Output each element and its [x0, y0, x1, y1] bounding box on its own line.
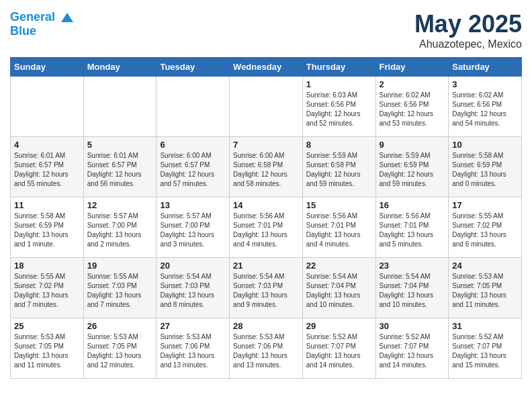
- calendar-cell: 19Sunrise: 5:55 AM Sunset: 7:03 PM Dayli…: [83, 258, 157, 318]
- calendar-cell: 12Sunrise: 5:57 AM Sunset: 7:00 PM Dayli…: [83, 197, 157, 258]
- calendar-week-5: 25Sunrise: 5:53 AM Sunset: 7:05 PM Dayli…: [11, 318, 522, 379]
- calendar-cell: 3Sunrise: 6:02 AM Sunset: 6:56 PM Daylig…: [449, 77, 522, 137]
- calendar-table: SundayMondayTuesdayWednesdayThursdayFrid…: [10, 57, 522, 379]
- date-number: 27: [160, 321, 226, 331]
- date-number: 17: [452, 200, 518, 210]
- cell-info: Sunrise: 5:52 AM Sunset: 7:07 PM Dayligh…: [306, 332, 372, 370]
- cell-info: Sunrise: 5:55 AM Sunset: 7:02 PM Dayligh…: [14, 272, 80, 310]
- calendar-cell: 11Sunrise: 5:58 AM Sunset: 6:59 PM Dayli…: [11, 197, 84, 258]
- calendar-cell: 20Sunrise: 5:54 AM Sunset: 7:03 PM Dayli…: [157, 258, 230, 318]
- cell-info: Sunrise: 6:00 AM Sunset: 6:58 PM Dayligh…: [233, 151, 299, 189]
- cell-info: Sunrise: 5:55 AM Sunset: 7:02 PM Dayligh…: [452, 212, 518, 249]
- calendar-cell: 16Sunrise: 5:56 AM Sunset: 7:01 PM Dayli…: [375, 197, 449, 258]
- cell-info: Sunrise: 5:54 AM Sunset: 7:04 PM Dayligh…: [380, 272, 445, 310]
- date-number: 8: [306, 140, 372, 150]
- cell-info: Sunrise: 5:56 AM Sunset: 7:01 PM Dayligh…: [233, 212, 299, 249]
- calendar-cell: 26Sunrise: 5:53 AM Sunset: 7:05 PM Dayli…: [83, 318, 157, 379]
- calendar-cell: 7Sunrise: 6:00 AM Sunset: 6:58 PM Daylig…: [230, 137, 303, 197]
- calendar-cell: 24Sunrise: 5:53 AM Sunset: 7:05 PM Dayli…: [449, 258, 522, 318]
- calendar-cell: 22Sunrise: 5:54 AM Sunset: 7:04 PM Dayli…: [302, 258, 375, 318]
- date-number: 16: [380, 200, 445, 210]
- cell-info: Sunrise: 5:59 AM Sunset: 6:59 PM Dayligh…: [380, 151, 445, 189]
- date-number: 12: [87, 200, 153, 210]
- cell-info: Sunrise: 5:53 AM Sunset: 7:05 PM Dayligh…: [452, 272, 518, 310]
- calendar-week-3: 11Sunrise: 5:58 AM Sunset: 6:59 PM Dayli…: [11, 197, 522, 258]
- cell-info: Sunrise: 5:53 AM Sunset: 7:06 PM Dayligh…: [233, 332, 299, 370]
- calendar-cell: 29Sunrise: 5:52 AM Sunset: 7:07 PM Dayli…: [302, 318, 375, 379]
- weekday-header-sunday: Sunday: [11, 58, 84, 77]
- cell-info: Sunrise: 5:58 AM Sunset: 6:59 PM Dayligh…: [452, 151, 518, 189]
- cell-info: Sunrise: 5:53 AM Sunset: 7:05 PM Dayligh…: [87, 332, 153, 370]
- calendar-cell: 21Sunrise: 5:54 AM Sunset: 7:03 PM Dayli…: [230, 258, 303, 318]
- calendar-cell: 14Sunrise: 5:56 AM Sunset: 7:01 PM Dayli…: [230, 197, 303, 258]
- page-header: General Blue May 2025 Ahuazotepec, Mexic…: [10, 10, 522, 50]
- calendar-cell: [83, 77, 157, 137]
- logo-blue: Blue: [10, 25, 75, 38]
- cell-info: Sunrise: 5:54 AM Sunset: 7:03 PM Dayligh…: [160, 272, 226, 310]
- date-number: 18: [14, 261, 80, 271]
- calendar-cell: [230, 77, 303, 137]
- date-number: 14: [233, 200, 299, 210]
- date-number: 28: [233, 321, 299, 331]
- date-number: 21: [233, 261, 299, 271]
- date-number: 26: [87, 321, 153, 331]
- weekday-header-monday: Monday: [83, 58, 157, 77]
- date-number: 5: [87, 140, 153, 150]
- cell-info: Sunrise: 6:02 AM Sunset: 6:56 PM Dayligh…: [452, 91, 518, 128]
- cell-info: Sunrise: 5:54 AM Sunset: 7:03 PM Dayligh…: [233, 272, 299, 310]
- cell-info: Sunrise: 5:52 AM Sunset: 7:07 PM Dayligh…: [452, 332, 518, 370]
- cell-info: Sunrise: 5:57 AM Sunset: 7:00 PM Dayligh…: [160, 212, 226, 249]
- cell-info: Sunrise: 5:56 AM Sunset: 7:01 PM Dayligh…: [306, 212, 372, 249]
- cell-info: Sunrise: 5:56 AM Sunset: 7:01 PM Dayligh…: [380, 212, 445, 249]
- date-number: 31: [452, 321, 518, 331]
- weekday-header-friday: Friday: [375, 58, 449, 77]
- weekday-header-tuesday: Tuesday: [157, 58, 230, 77]
- location: Ahuazotepec, Mexico: [414, 38, 522, 50]
- calendar-cell: 6Sunrise: 6:00 AM Sunset: 6:57 PM Daylig…: [157, 137, 230, 197]
- date-number: 9: [380, 140, 445, 150]
- cell-info: Sunrise: 5:59 AM Sunset: 6:58 PM Dayligh…: [306, 151, 372, 189]
- date-number: 11: [14, 200, 80, 210]
- cell-info: Sunrise: 6:01 AM Sunset: 6:57 PM Dayligh…: [14, 151, 80, 189]
- cell-info: Sunrise: 6:03 AM Sunset: 6:56 PM Dayligh…: [306, 91, 372, 128]
- date-number: 3: [452, 79, 518, 89]
- date-number: 10: [452, 140, 518, 150]
- weekday-header-thursday: Thursday: [302, 58, 375, 77]
- cell-info: Sunrise: 5:52 AM Sunset: 7:07 PM Dayligh…: [380, 332, 445, 370]
- calendar-cell: 31Sunrise: 5:52 AM Sunset: 7:07 PM Dayli…: [449, 318, 522, 379]
- date-number: 22: [306, 261, 372, 271]
- date-number: 29: [306, 321, 372, 331]
- cell-info: Sunrise: 5:54 AM Sunset: 7:04 PM Dayligh…: [306, 272, 372, 310]
- calendar-cell: 2Sunrise: 6:02 AM Sunset: 6:56 PM Daylig…: [375, 77, 449, 137]
- date-number: 13: [160, 200, 226, 210]
- date-number: 7: [233, 140, 299, 150]
- date-number: 25: [14, 321, 80, 331]
- weekday-header-saturday: Saturday: [449, 58, 522, 77]
- calendar-cell: 10Sunrise: 5:58 AM Sunset: 6:59 PM Dayli…: [449, 137, 522, 197]
- calendar-cell: 25Sunrise: 5:53 AM Sunset: 7:05 PM Dayli…: [11, 318, 84, 379]
- calendar-cell: 18Sunrise: 5:55 AM Sunset: 7:02 PM Dayli…: [11, 258, 84, 318]
- calendar-cell: 13Sunrise: 5:57 AM Sunset: 7:00 PM Dayli…: [157, 197, 230, 258]
- cell-info: Sunrise: 5:53 AM Sunset: 7:05 PM Dayligh…: [14, 332, 80, 370]
- calendar-week-4: 18Sunrise: 5:55 AM Sunset: 7:02 PM Dayli…: [11, 258, 522, 318]
- date-number: 23: [380, 261, 445, 271]
- date-number: 2: [380, 79, 445, 89]
- date-number: 30: [380, 321, 445, 331]
- calendar-cell: 23Sunrise: 5:54 AM Sunset: 7:04 PM Dayli…: [375, 258, 449, 318]
- month-title: May 2025: [414, 10, 522, 38]
- logo-icon: [60, 10, 75, 25]
- cell-info: Sunrise: 5:58 AM Sunset: 6:59 PM Dayligh…: [14, 212, 80, 249]
- date-number: 19: [87, 261, 153, 271]
- logo: General Blue: [10, 10, 75, 38]
- date-number: 1: [306, 79, 372, 89]
- calendar-cell: 5Sunrise: 6:01 AM Sunset: 6:57 PM Daylig…: [83, 137, 157, 197]
- date-number: 6: [160, 140, 226, 150]
- calendar-cell: 27Sunrise: 5:53 AM Sunset: 7:06 PM Dayli…: [157, 318, 230, 379]
- calendar-cell: 9Sunrise: 5:59 AM Sunset: 6:59 PM Daylig…: [375, 137, 449, 197]
- calendar-cell: 8Sunrise: 5:59 AM Sunset: 6:58 PM Daylig…: [302, 137, 375, 197]
- cell-info: Sunrise: 6:00 AM Sunset: 6:57 PM Dayligh…: [160, 151, 226, 189]
- calendar-header-row: SundayMondayTuesdayWednesdayThursdayFrid…: [11, 58, 522, 77]
- calendar-week-2: 4Sunrise: 6:01 AM Sunset: 6:57 PM Daylig…: [11, 137, 522, 197]
- date-number: 24: [452, 261, 518, 271]
- cell-info: Sunrise: 6:02 AM Sunset: 6:56 PM Dayligh…: [380, 91, 445, 128]
